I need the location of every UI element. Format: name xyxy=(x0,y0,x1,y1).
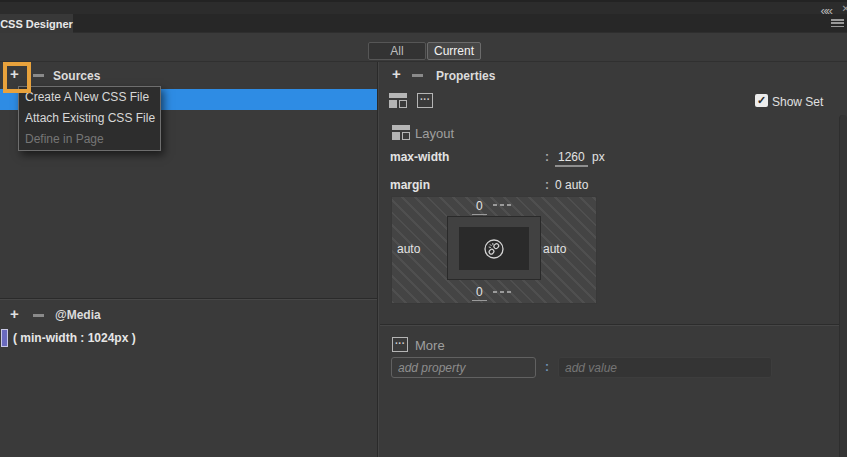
margin-property-label: margin xyxy=(390,178,430,192)
more-section-title: More xyxy=(415,338,445,353)
margin-value[interactable]: 0 auto xyxy=(555,178,588,192)
unlink-values-icon[interactable] xyxy=(483,238,505,260)
media-title: @Media xyxy=(55,308,101,322)
all-toggle-button[interactable]: All xyxy=(368,42,426,60)
action-highlight-box xyxy=(3,62,31,93)
more-section-icon: ··· xyxy=(392,337,408,352)
remove-media-query-button[interactable] xyxy=(33,314,44,317)
margin-left-value[interactable]: auto xyxy=(397,242,420,256)
toolbar-separator xyxy=(0,61,847,62)
margin-box-content xyxy=(459,227,529,270)
max-width-unit[interactable]: px xyxy=(592,150,605,164)
media-query-marker xyxy=(1,329,8,347)
tab-css-designer[interactable]: CSS Designer xyxy=(0,14,73,33)
add-value-input[interactable] xyxy=(558,357,772,378)
margin-top-value[interactable]: 0 xyxy=(472,199,487,215)
menu-item-create-new-css-file[interactable]: Create A New CSS File xyxy=(19,87,160,108)
margin-colon: : xyxy=(545,178,549,192)
layout-category-icon[interactable] xyxy=(389,93,407,108)
current-toggle-button[interactable]: Current xyxy=(427,42,481,60)
properties-title: Properties xyxy=(436,69,495,83)
menu-item-define-in-page: Define in Page xyxy=(19,129,160,150)
properties-scrollbar[interactable] xyxy=(839,115,847,457)
panel-menu-icon[interactable] xyxy=(831,19,844,28)
remove-property-button[interactable] xyxy=(412,74,423,77)
add-property-input[interactable] xyxy=(391,357,536,378)
layout-section-icon xyxy=(392,125,410,140)
panel-splitter[interactable] xyxy=(377,62,379,457)
close-icon[interactable]: ✕ xyxy=(842,3,847,14)
add-source-menu: Create A New CSS File Attach Existing CS… xyxy=(18,86,161,151)
layout-section-title: Layout xyxy=(415,126,454,141)
max-width-colon: : xyxy=(545,150,549,164)
menu-item-attach-existing-css-file[interactable]: Attach Existing CSS File xyxy=(19,108,160,129)
margin-top-dash-icon[interactable] xyxy=(493,204,511,206)
show-set-checkbox[interactable]: ✓ xyxy=(755,94,768,107)
sources-title: Sources xyxy=(53,69,100,83)
panel-title-bar: «« ✕ xyxy=(0,0,847,14)
remove-source-button[interactable] xyxy=(33,74,44,77)
add-property-button[interactable]: + xyxy=(392,66,401,81)
css-designer-panel: «« ✕ CSS Designer All Current + Sources … xyxy=(0,0,847,457)
media-query-item[interactable]: ( min-width : 1024px ) xyxy=(13,331,136,345)
add-media-query-button[interactable]: + xyxy=(10,306,19,321)
layout-more-separator xyxy=(380,324,847,326)
panel-tab-bar: CSS Designer xyxy=(0,14,847,33)
margin-bottom-value[interactable]: 0 xyxy=(472,285,487,301)
more-category-icon[interactable]: ··· xyxy=(417,93,433,108)
margin-bottom-dash-icon[interactable] xyxy=(493,291,511,293)
sources-media-separator xyxy=(0,298,377,300)
max-width-property-label: max-width xyxy=(390,150,449,164)
more-colon: : xyxy=(545,360,549,374)
max-width-value[interactable]: 1260 xyxy=(555,150,588,167)
show-set-label: Show Set xyxy=(772,95,823,109)
margin-right-value[interactable]: auto xyxy=(543,242,566,256)
